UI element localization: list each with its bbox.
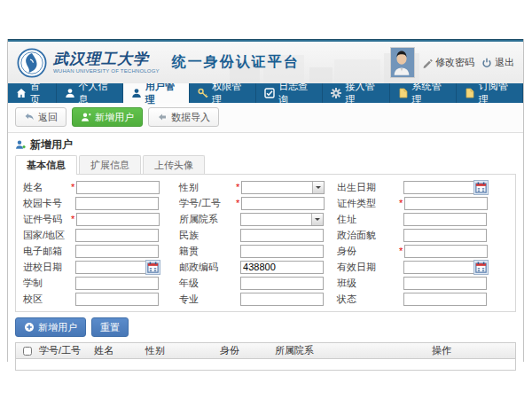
field-input-4[interactable]: [241, 197, 325, 210]
field-input-8[interactable]: [403, 213, 487, 226]
field-date-2: [403, 181, 487, 194]
field-input-10[interactable]: [240, 229, 324, 242]
required-asterisk: *: [236, 182, 239, 192]
panel-title-row: 新增用户: [15, 137, 516, 153]
required-asterisk: *: [399, 246, 403, 256]
field-label: 所属院系: [174, 213, 236, 226]
user-form: 姓名*性别*出生日期 校园卡号 学号/工号*证件类型*证件号码*所属院系 住址 …: [15, 174, 516, 312]
user-bar: 修改密码 退出: [390, 47, 523, 78]
nav-tab-0[interactable]: 首页: [8, 83, 57, 103]
form-field-7: 所属院系: [174, 211, 332, 227]
data-import-label: 数据导入: [171, 111, 210, 124]
doc-icon: [465, 88, 475, 98]
field-label: 证件号码: [18, 213, 71, 226]
field-select-1[interactable]: [241, 181, 325, 194]
chevron-down-icon[interactable]: [312, 182, 324, 193]
select-all-cell: [16, 347, 37, 356]
field-select-7[interactable]: [240, 213, 324, 226]
form-field-1: 性别*: [174, 179, 332, 195]
required-asterisk: [236, 230, 239, 240]
field-input-21[interactable]: [75, 293, 159, 306]
field-input-18[interactable]: [75, 277, 159, 290]
home-icon: [16, 88, 27, 98]
chevron-down-icon[interactable]: [311, 214, 323, 225]
field-input-14[interactable]: [404, 245, 488, 258]
nav-tab-7[interactable]: 订阅管理: [457, 83, 523, 103]
data-import-button[interactable]: 数据导入: [148, 107, 219, 127]
form-field-18: 学制: [18, 275, 174, 291]
form-field-13: 籍贯: [174, 243, 332, 259]
university-logo-icon: [17, 48, 47, 78]
panel-tab-0[interactable]: 基本信息: [15, 155, 77, 175]
nav-tab-label: 系统管理: [412, 80, 448, 106]
field-label: 性别: [174, 181, 236, 194]
nav-tab-3[interactable]: 权限管理: [190, 83, 256, 103]
required-asterisk: [71, 262, 74, 272]
calendar-icon[interactable]: [473, 260, 489, 275]
nav-tab-label: 日志查询: [278, 80, 314, 106]
field-date-17: [403, 261, 487, 274]
field-input-9[interactable]: [75, 229, 159, 242]
field-input-5[interactable]: [404, 197, 488, 210]
field-label: 校园卡号: [18, 197, 71, 210]
table-header-2: 性别: [144, 344, 218, 357]
reset-button[interactable]: 重置: [91, 317, 129, 337]
change-password-link[interactable]: 修改密码: [422, 56, 474, 69]
form-field-10: 民族: [174, 227, 332, 243]
logout-link[interactable]: 退出: [481, 56, 514, 69]
back-arrow-icon: [24, 112, 35, 122]
doc-icon: [398, 88, 409, 98]
field-input-13[interactable]: [240, 245, 324, 258]
form-field-5: 证件类型*: [332, 195, 513, 211]
gear-icon: [331, 88, 341, 98]
table-header-0: 学号/工号: [37, 344, 92, 357]
field-input-0[interactable]: [76, 181, 160, 194]
field-label: 住址: [332, 213, 399, 226]
field-input-11[interactable]: [403, 229, 487, 242]
required-asterisk: *: [71, 214, 74, 224]
submit-add-user-label: 新增用户: [38, 321, 77, 334]
log-icon: [264, 88, 275, 98]
field-input-12[interactable]: [75, 245, 159, 258]
add-user-toolbar-label: 新增用户: [95, 111, 134, 124]
required-asterisk: [71, 246, 74, 256]
panel-tab-2[interactable]: 上传头像: [143, 155, 205, 174]
field-input-20[interactable]: [403, 277, 487, 290]
field-label: 学制: [18, 277, 71, 290]
user-add-icon: [81, 112, 91, 122]
required-asterisk: [71, 230, 74, 240]
user-icon: [65, 88, 75, 98]
nav-tab-6[interactable]: 系统管理: [390, 83, 457, 103]
panel-tab-1[interactable]: 扩展信息: [79, 155, 141, 174]
form-field-11: 政治面貌: [332, 227, 513, 243]
required-asterisk: *: [236, 198, 239, 208]
nav-tab-2[interactable]: 用户管理: [123, 83, 190, 103]
nav-tab-5[interactable]: 接入管理: [323, 83, 389, 103]
nav-tab-4[interactable]: 日志查询: [256, 83, 323, 103]
required-asterisk: [236, 278, 239, 288]
form-field-22: 专业: [174, 291, 332, 307]
calendar-icon[interactable]: [145, 260, 160, 275]
nav-tab-1[interactable]: 个人信息: [57, 83, 123, 103]
form-field-20: 班级: [332, 275, 513, 291]
field-input-22[interactable]: [240, 293, 324, 306]
field-input-23[interactable]: [403, 293, 487, 306]
field-input-19[interactable]: [240, 277, 324, 290]
form-field-4: 学号/工号*: [174, 195, 332, 211]
field-label: 政治面貌: [332, 229, 399, 242]
field-input-16[interactable]: [240, 261, 324, 274]
submit-add-user-button[interactable]: 新增用户: [15, 317, 86, 337]
key-icon: [198, 88, 208, 98]
add-user-toolbar-button[interactable]: 新增用户: [72, 107, 143, 127]
form-field-12: 电子邮箱: [18, 243, 174, 259]
field-label: 证件类型: [332, 197, 399, 210]
back-button[interactable]: 返回: [15, 107, 66, 127]
field-input-3[interactable]: [75, 197, 159, 210]
required-asterisk: [71, 293, 74, 304]
select-all-checkbox[interactable]: [23, 347, 32, 356]
user-icon: [131, 88, 142, 98]
required-asterisk: [236, 246, 239, 256]
calendar-icon[interactable]: [473, 180, 489, 195]
form-tabs: 基本信息扩展信息上传头像: [15, 155, 516, 174]
field-input-6[interactable]: [76, 213, 160, 226]
